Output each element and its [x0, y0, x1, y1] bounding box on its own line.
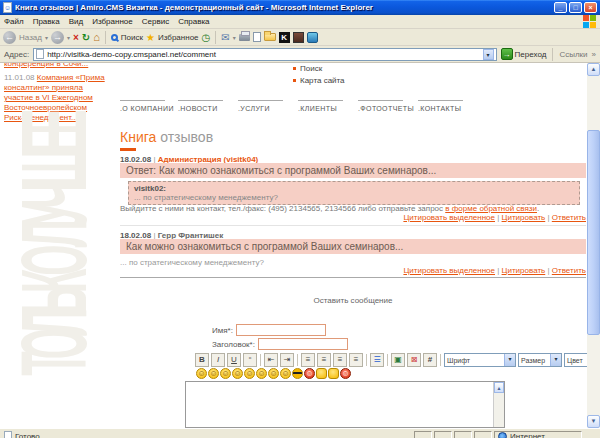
quote-selected-link[interactable]: Цитировать выделенное: [403, 266, 495, 275]
browser-toolbar: ← Назад ▾ → ▾ × ↻ ⌂ Поиск ★ Избранное ◷ …: [0, 29, 600, 46]
scroll-thumb[interactable]: [587, 130, 600, 335]
quote-selected-link[interactable]: Цитировать выделенное: [403, 213, 495, 222]
links-chevron-icon[interactable]: »: [592, 50, 596, 59]
folder-icon[interactable]: [264, 33, 276, 41]
subject-input[interactable]: [258, 338, 348, 350]
go-button[interactable]: → Переход: [501, 48, 547, 60]
menu-help[interactable]: Справка: [178, 17, 209, 26]
history-icon[interactable]: ◷: [202, 31, 211, 44]
align-center-button[interactable]: ≡: [317, 353, 331, 367]
align-justify-button[interactable]: ≡: [349, 353, 363, 367]
quote-link[interactable]: Цитировать: [502, 213, 546, 222]
align-left-button[interactable]: ≡: [301, 353, 315, 367]
close-button[interactable]: ×: [584, 2, 597, 13]
mail-dropdown-icon[interactable]: ▾: [233, 34, 236, 41]
search-icon[interactable]: [111, 34, 118, 41]
sitemap-link[interactable]: Карта сайта: [293, 76, 345, 85]
window-title: Книга отзывов | Amiro.CMS Визитка - демо…: [15, 3, 552, 12]
reply-link[interactable]: Ответить: [552, 213, 586, 222]
edit-page-icon[interactable]: [253, 32, 261, 42]
menu-tools[interactable]: Сервис: [142, 17, 169, 26]
subject-row: Заголовок*:: [212, 338, 348, 350]
entry-subject: Ответ: Как можно ознакомиться с программ…: [120, 163, 586, 178]
address-dropdown-icon[interactable]: ▾: [483, 49, 494, 60]
watermark-text: ТОЛЬКО ЛУЧШЕЕ: [0, 111, 108, 379]
menu-file[interactable]: Файл: [4, 17, 24, 26]
textarea-scrollbar[interactable]: ▲: [493, 382, 504, 427]
entry-actions: Цитировать выделенное | Цитировать | Отв…: [120, 266, 586, 275]
vertical-scrollbar[interactable]: ▲ ▼: [587, 63, 600, 428]
italic-button[interactable]: I: [211, 353, 225, 367]
reply-link[interactable]: Ответить: [552, 266, 586, 275]
emoticon-speech-bubble-icon[interactable]: [328, 368, 339, 379]
emoticon-smile-icon[interactable]: ☺: [220, 368, 231, 379]
scroll-down-button[interactable]: ▼: [587, 415, 600, 428]
links-label[interactable]: Ссылки: [559, 50, 587, 59]
forward-dropdown-icon[interactable]: ▾: [67, 34, 70, 41]
emoticon-neutral-icon[interactable]: ☺: [256, 368, 267, 379]
textarea-scroll-up-icon[interactable]: ▲: [494, 382, 504, 393]
image-off-button[interactable]: ⊠: [407, 353, 421, 367]
emoticon-rolling-icon[interactable]: ☺: [280, 368, 291, 379]
nav-item-photos[interactable]: .ФОТООТЧЕТЫ: [358, 100, 418, 112]
message-textarea[interactable]: ▲: [185, 381, 505, 428]
stop-icon[interactable]: ×: [73, 31, 79, 44]
menu-favorites[interactable]: Избранное: [92, 17, 133, 26]
bold-button[interactable]: B: [195, 353, 209, 367]
utility-nav: Поиск Карта сайта: [293, 64, 345, 88]
print-icon[interactable]: [239, 34, 250, 41]
scroll-up-button[interactable]: ▲: [587, 63, 600, 76]
sidebar-clipped-news-link[interactable]: конференция в Сочи...: [4, 63, 88, 68]
search-site-link[interactable]: Поиск: [293, 64, 345, 73]
emoticon-laugh-icon[interactable]: ☺: [196, 368, 207, 379]
refresh-icon[interactable]: ↻: [82, 31, 90, 44]
emoticon-angry-icon[interactable]: ☺: [304, 368, 315, 379]
bullet-icon: [293, 79, 296, 82]
anchor-button[interactable]: #: [423, 353, 437, 367]
favorites-icon[interactable]: ★: [146, 31, 155, 44]
nav-item-news[interactable]: .НОВОСТИ: [178, 100, 238, 112]
emoticon-cool-icon[interactable]: [292, 368, 303, 379]
page-title: Книга отзывов: [120, 129, 213, 145]
back-label[interactable]: Назад: [19, 33, 42, 42]
k-plugin-icon[interactable]: K: [279, 32, 290, 43]
outdent-button[interactable]: ⇤: [264, 353, 278, 367]
image-button[interactable]: ▣: [391, 353, 405, 367]
status-page-icon: [4, 431, 12, 438]
font-select[interactable]: Шрифт ▾: [444, 353, 516, 367]
url-text[interactable]: http://visitka-demo-copy.cmspanel.net/co…: [47, 50, 479, 59]
minimize-button[interactable]: _: [554, 2, 567, 13]
nav-item-contacts[interactable]: .КОНТАКТЫ: [418, 100, 478, 112]
mail-icon[interactable]: ✉: [221, 31, 229, 44]
home-icon[interactable]: ⌂: [93, 31, 100, 44]
emoticon-devil-icon[interactable]: ☺: [340, 368, 351, 379]
size-select[interactable]: Размер ▾: [518, 353, 562, 367]
emoticon-grin-icon[interactable]: ☺: [208, 368, 219, 379]
name-input[interactable]: [236, 324, 326, 336]
back-icon[interactable]: ←: [3, 31, 16, 44]
feedback-form-link[interactable]: в форме обратной связи: [445, 204, 537, 213]
list-button[interactable]: ☰: [370, 353, 384, 367]
indent-button[interactable]: ⇥: [280, 353, 294, 367]
address-input[interactable]: http://visitka-demo-copy.cmspanel.net/co…: [33, 48, 496, 61]
nav-item-clients[interactable]: .КЛИЕНТЫ: [298, 100, 358, 112]
menu-view[interactable]: Вид: [69, 17, 83, 26]
search-label[interactable]: Поиск: [121, 33, 143, 42]
emoticon-wink-icon[interactable]: ☺: [232, 368, 243, 379]
quote-button[interactable]: “: [243, 353, 257, 367]
align-right-button[interactable]: ≡: [333, 353, 347, 367]
nav-item-about[interactable]: .О КОМПАНИИ: [120, 100, 178, 112]
underline-button[interactable]: U: [227, 353, 241, 367]
nav-item-services[interactable]: .УСЛУГИ: [238, 100, 298, 112]
forward-icon[interactable]: →: [51, 31, 64, 44]
messenger-icon[interactable]: [307, 32, 318, 43]
quote-link[interactable]: Цитировать: [502, 266, 546, 275]
favorites-label[interactable]: Избранное: [158, 33, 199, 42]
emoticon-tongue-icon[interactable]: ☺: [268, 368, 279, 379]
restore-button[interactable]: □: [569, 2, 582, 13]
emoticon-happy-icon[interactable]: ☺: [244, 368, 255, 379]
back-dropdown-icon[interactable]: ▾: [45, 34, 48, 41]
photo-plugin-icon[interactable]: [293, 32, 304, 43]
menu-edit[interactable]: Правка: [33, 17, 60, 26]
emoticon-thumbs-up-icon[interactable]: [316, 368, 327, 379]
